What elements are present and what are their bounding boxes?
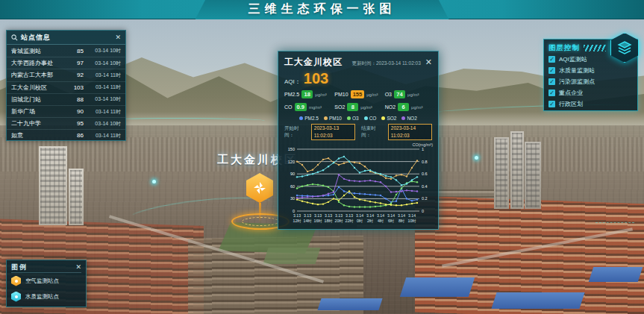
layer-checkbox-row[interactable]: ✓污染源监测点 <box>548 76 633 87</box>
blue-roof-warehouse <box>317 298 382 310</box>
station-aqi: 85 <box>67 48 84 54</box>
station-name: 旧城北门站 <box>11 95 67 104</box>
search-icon[interactable] <box>11 34 18 41</box>
svg-text:60: 60 <box>290 184 295 189</box>
legend-item[interactable]: PM10 <box>324 116 342 121</box>
station-panel-header: 站点信息 ✕ <box>7 31 125 45</box>
checkbox-checked-icon[interactable]: ✓ <box>548 67 555 74</box>
station-update-time: 03-14 11时 <box>84 132 121 139</box>
start-time-input[interactable]: 2023-03-13 11:02:03 <box>311 124 355 140</box>
legend-item[interactable]: O3 <box>347 116 359 121</box>
legend-title: 图例 <box>11 263 75 272</box>
cyan-contour-line <box>595 222 634 223</box>
svg-text:3.144时: 3.144时 <box>377 213 384 223</box>
page-title: 三维生态环保一张图 <box>248 1 396 17</box>
svg-text:0.2: 0.2 <box>422 196 428 201</box>
station-aqi: 90 <box>67 108 84 115</box>
pollutant-cell: CO0.9mg/m³ <box>284 103 331 111</box>
station-name: 新华广场 <box>11 107 67 116</box>
marker-ring-inner <box>242 217 279 226</box>
svg-text:0.8: 0.8 <box>422 160 428 164</box>
pollutant-value-badge: 155 <box>351 90 365 98</box>
legend-dot-icon <box>401 116 405 120</box>
map-point[interactable] <box>152 180 156 183</box>
checkbox-checked-icon[interactable]: ✓ <box>548 90 555 96</box>
legend-label: PM2.5 <box>304 116 319 121</box>
pollutant-trend-chart: 00300.2600.4900.61200.81501CO(mg/m³)3.13… <box>284 142 432 233</box>
blue-roof-warehouse <box>491 292 584 309</box>
map-legend-item: 空气监测站点 <box>11 273 81 289</box>
station-update-time: 03-14 11时 <box>84 108 121 116</box>
close-icon[interactable]: ✕ <box>75 264 81 271</box>
pollutant-unit: μg/m³ <box>407 92 419 97</box>
map-point[interactable] <box>475 156 478 160</box>
layer-checkbox-row[interactable]: ✓水质量监测站 <box>548 65 633 76</box>
station-row[interactable]: 青城监测站8503-14 10时 <box>7 45 125 57</box>
station-name: 工大金川校区 <box>11 84 67 92</box>
layers-toggle-button[interactable] <box>610 33 639 63</box>
pollutant-cell: SO28μg/m³ <box>334 103 381 111</box>
checkbox-checked-icon[interactable]: ✓ <box>548 56 555 63</box>
time-range-row: 开始时间： 2023-03-13 11:02:03 结束时间： 2023-03-… <box>284 124 432 140</box>
legend-label: SO2 <box>387 116 396 121</box>
end-time-input[interactable]: 2023-03-14 11:02:03 <box>388 124 432 140</box>
station-list-panel: 站点信息 ✕ 青城监测站8503-14 10时大学西路办事处9703-14 10… <box>6 30 126 141</box>
station-row[interactable]: 如意8603-14 11时 <box>7 129 125 141</box>
legend-header: 图例 ✕ <box>11 263 81 273</box>
checkbox-checked-icon[interactable]: ✓ <box>548 78 555 85</box>
blue-roof-warehouse <box>589 267 643 282</box>
legend-item[interactable]: SO2 <box>381 116 396 121</box>
layer-checkbox-row[interactable]: ✓重点企业 <box>548 87 633 98</box>
pinwheel-icon <box>252 180 267 195</box>
pollutant-value-badge: 18 <box>301 90 313 98</box>
station-row[interactable]: 新华广场9003-14 11时 <box>7 105 125 117</box>
pollutant-value-badge: 8 <box>347 103 358 111</box>
layer-checkbox-row[interactable]: ✓行政区划 <box>548 98 633 110</box>
pollutant-unit: mg/m³ <box>309 105 322 110</box>
station-update-time: 03-14 10时 <box>84 120 121 128</box>
station-update-time: 03-14 11时 <box>84 72 121 79</box>
station-update-time: 03-14 10时 <box>84 95 121 103</box>
update-time: 更新时间：2023-03-14 11:02:03 <box>347 60 421 67</box>
map-legend-item: 水质监测站点 <box>11 289 81 304</box>
station-row[interactable]: 旧城北门站8803-14 10时 <box>7 93 125 105</box>
tower-building <box>39 146 67 225</box>
pollutant-unit: μg/m³ <box>366 92 378 97</box>
tower-building <box>510 131 524 209</box>
svg-text:120: 120 <box>288 160 295 164</box>
station-row[interactable]: 二十九中学9503-14 10时 <box>7 117 125 129</box>
station-aqi: 88 <box>67 96 84 103</box>
station-row[interactable]: 大学西路办事处9703-14 10时 <box>7 57 125 69</box>
legend-item[interactable]: PM2.5 <box>299 116 319 121</box>
station-name: 如意 <box>11 131 67 139</box>
pollutant-cell: NO26μg/m³ <box>385 103 432 111</box>
checkbox-checked-icon[interactable]: ✓ <box>548 101 555 107</box>
legend-item[interactable]: CO <box>364 116 377 121</box>
pollutant-name: SO2 <box>334 104 345 110</box>
pollutant-unit: μg/m³ <box>315 92 326 97</box>
pollutant-value-badge: 74 <box>394 90 405 98</box>
station-aqi: 97 <box>67 60 84 66</box>
station-name: 二十九中学 <box>11 119 67 128</box>
close-icon[interactable]: ✕ <box>115 34 121 41</box>
station-update-time: 03-14 11时 <box>84 84 121 91</box>
blue-roof-warehouse <box>400 277 475 297</box>
station-panel-title: 站点信息 <box>21 33 112 43</box>
svg-text:3.1314时: 3.1314时 <box>304 213 313 223</box>
station-row[interactable]: 内蒙古工大本部9203-14 11时 <box>7 69 125 81</box>
layer-label: 行政区划 <box>559 100 583 108</box>
pollutant-value-badge: 0.9 <box>295 103 307 111</box>
pollutant-name: CO <box>284 104 293 110</box>
svg-text:3.148时: 3.148时 <box>398 213 405 223</box>
legend-dot-icon <box>324 116 328 120</box>
tower-building <box>494 137 509 209</box>
pollutant-name: PM10 <box>334 92 348 97</box>
start-time-label: 开始时间： <box>284 125 305 139</box>
legend-dot-icon <box>381 116 385 120</box>
popup-header: 工大金川校区 更新时间：2023-03-14 11:02:03 ✕ <box>284 56 432 69</box>
close-icon[interactable]: ✕ <box>425 58 432 66</box>
legend-item[interactable]: NO2 <box>401 116 416 121</box>
station-row[interactable]: 工大金川校区10303-14 11时 <box>7 81 125 93</box>
stripe-decoration <box>584 45 606 51</box>
legend-dot-icon <box>364 116 368 120</box>
